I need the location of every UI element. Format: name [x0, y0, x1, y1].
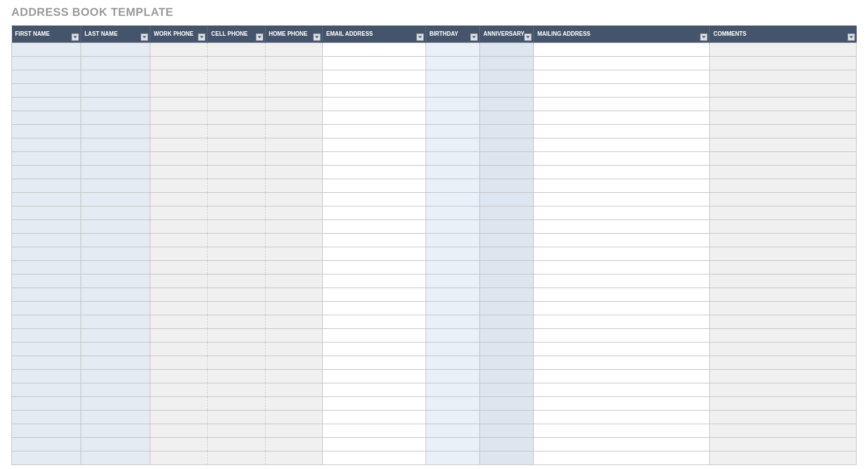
table-cell[interactable]: [534, 43, 710, 56]
table-cell[interactable]: [150, 301, 208, 315]
table-cell[interactable]: [322, 383, 425, 396]
table-cell[interactable]: [480, 410, 534, 424]
table-cell[interactable]: [12, 138, 81, 151]
table-cell[interactable]: [12, 111, 81, 124]
table-cell[interactable]: [480, 424, 534, 437]
table-cell[interactable]: [322, 410, 425, 424]
table-cell[interactable]: [81, 315, 150, 328]
table-cell[interactable]: [710, 383, 857, 396]
table-cell[interactable]: [150, 396, 208, 410]
filter-dropdown-icon[interactable]: [198, 33, 205, 41]
table-cell[interactable]: [534, 111, 710, 124]
table-cell[interactable]: [81, 151, 150, 165]
table-cell[interactable]: [480, 383, 534, 396]
filter-dropdown-icon[interactable]: [71, 33, 79, 41]
table-cell[interactable]: [322, 260, 425, 274]
table-cell[interactable]: [81, 192, 150, 206]
table-cell[interactable]: [208, 274, 265, 288]
filter-dropdown-icon[interactable]: [313, 33, 321, 41]
table-cell[interactable]: [12, 247, 81, 260]
table-cell[interactable]: [710, 396, 857, 410]
filter-dropdown-icon[interactable]: [256, 33, 263, 41]
table-cell[interactable]: [322, 301, 425, 315]
table-cell[interactable]: [322, 288, 425, 301]
table-cell[interactable]: [81, 138, 150, 151]
table-cell[interactable]: [710, 179, 857, 192]
table-cell[interactable]: [710, 165, 857, 179]
col-header-birthday[interactable]: BIRTHDAY: [425, 26, 479, 43]
table-cell[interactable]: [81, 274, 150, 288]
table-cell[interactable]: [480, 233, 534, 247]
table-cell[interactable]: [534, 342, 710, 356]
table-cell[interactable]: [265, 356, 322, 369]
table-cell[interactable]: [265, 383, 322, 396]
table-cell[interactable]: [480, 151, 534, 165]
table-cell[interactable]: [150, 165, 208, 179]
table-cell[interactable]: [208, 424, 265, 437]
table-cell[interactable]: [81, 165, 150, 179]
table-cell[interactable]: [534, 396, 710, 410]
table-cell[interactable]: [12, 70, 81, 83]
table-cell[interactable]: [710, 56, 857, 70]
col-header-mailing-address[interactable]: MAILING ADDRESS: [534, 26, 710, 43]
table-cell[interactable]: [150, 369, 208, 383]
table-cell[interactable]: [12, 328, 81, 342]
table-cell[interactable]: [322, 396, 425, 410]
table-cell[interactable]: [534, 192, 710, 206]
table-cell[interactable]: [534, 356, 710, 369]
table-cell[interactable]: [425, 328, 479, 342]
table-cell[interactable]: [208, 70, 265, 83]
table-cell[interactable]: [425, 124, 479, 138]
table-cell[interactable]: [322, 328, 425, 342]
table-cell[interactable]: [12, 274, 81, 288]
table-cell[interactable]: [12, 56, 81, 70]
table-cell[interactable]: [208, 97, 265, 111]
table-cell[interactable]: [208, 206, 265, 219]
table-cell[interactable]: [534, 165, 710, 179]
table-cell[interactable]: [322, 451, 425, 464]
table-cell[interactable]: [322, 179, 425, 192]
table-cell[interactable]: [480, 437, 534, 451]
table-cell[interactable]: [425, 437, 479, 451]
table-cell[interactable]: [322, 437, 425, 451]
table-cell[interactable]: [480, 97, 534, 111]
table-cell[interactable]: [12, 165, 81, 179]
table-cell[interactable]: [710, 192, 857, 206]
table-cell[interactable]: [534, 219, 710, 233]
table-cell[interactable]: [150, 437, 208, 451]
table-cell[interactable]: [480, 179, 534, 192]
table-cell[interactable]: [710, 288, 857, 301]
table-cell[interactable]: [710, 260, 857, 274]
table-cell[interactable]: [322, 138, 425, 151]
table-cell[interactable]: [208, 260, 265, 274]
table-cell[interactable]: [480, 43, 534, 56]
table-cell[interactable]: [322, 274, 425, 288]
table-cell[interactable]: [12, 315, 81, 328]
table-cell[interactable]: [208, 396, 265, 410]
table-cell[interactable]: [208, 451, 265, 464]
table-cell[interactable]: [710, 315, 857, 328]
table-cell[interactable]: [265, 124, 322, 138]
table-cell[interactable]: [265, 138, 322, 151]
table-cell[interactable]: [480, 315, 534, 328]
table-cell[interactable]: [81, 396, 150, 410]
filter-dropdown-icon[interactable]: [524, 33, 532, 41]
table-cell[interactable]: [208, 111, 265, 124]
table-cell[interactable]: [425, 56, 479, 70]
table-cell[interactable]: [710, 274, 857, 288]
table-cell[interactable]: [12, 151, 81, 165]
table-cell[interactable]: [81, 301, 150, 315]
table-cell[interactable]: [150, 192, 208, 206]
col-header-cell-phone[interactable]: CELL PHONE: [208, 26, 265, 43]
table-cell[interactable]: [265, 301, 322, 315]
table-cell[interactable]: [208, 356, 265, 369]
table-cell[interactable]: [12, 179, 81, 192]
table-cell[interactable]: [81, 288, 150, 301]
table-cell[interactable]: [534, 260, 710, 274]
table-cell[interactable]: [208, 43, 265, 56]
table-cell[interactable]: [265, 274, 322, 288]
table-cell[interactable]: [322, 56, 425, 70]
table-cell[interactable]: [480, 83, 534, 97]
table-cell[interactable]: [322, 356, 425, 369]
table-cell[interactable]: [425, 260, 479, 274]
